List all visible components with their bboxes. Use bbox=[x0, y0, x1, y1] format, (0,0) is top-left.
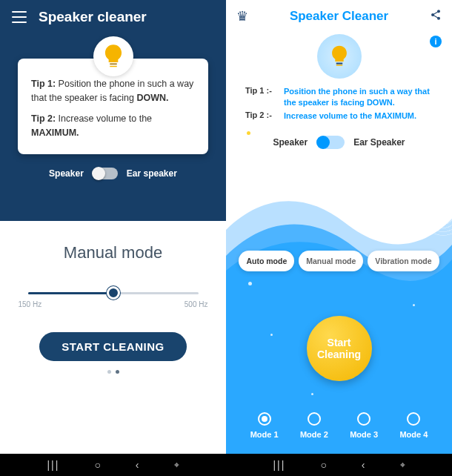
back-icon[interactable]: ‹ bbox=[136, 459, 139, 471]
start-label-1: Start bbox=[328, 337, 351, 348]
android-navbar: ||| ○ ‹ ⌖ bbox=[0, 454, 226, 476]
tip2-label: Tip 2: bbox=[31, 113, 56, 124]
tips-block: Tip 1 :- Position the phone in such a wa… bbox=[226, 79, 452, 128]
recent-apps-icon[interactable]: ||| bbox=[47, 459, 59, 471]
mode-title: Manual mode bbox=[18, 243, 208, 262]
start-cleaning-button[interactable]: Start Cleaning bbox=[307, 316, 372, 381]
tip2-bold: MAXIMUM. bbox=[31, 128, 79, 138]
start-cleaning-button[interactable]: START CLEANING bbox=[39, 332, 186, 361]
info-icon[interactable]: i bbox=[430, 36, 442, 47]
tip2-label: Tip 2 :- bbox=[245, 110, 276, 122]
back-icon[interactable]: ‹ bbox=[362, 459, 365, 471]
bulb-icon bbox=[93, 36, 133, 76]
tip2-text: Increase volume to the bbox=[59, 113, 152, 124]
recent-apps-icon[interactable]: ||| bbox=[273, 459, 285, 471]
mode-label: Mode 3 bbox=[350, 430, 378, 439]
android-navbar: ||| ○ ‹ ⌖ bbox=[226, 454, 452, 476]
page-indicator bbox=[18, 370, 208, 374]
tip1-label: Tip 1 :- bbox=[245, 86, 276, 108]
crown-icon[interactable]: ♛ bbox=[236, 8, 248, 24]
slider-max: 500 Hz bbox=[185, 300, 208, 308]
mode-pill-vibration[interactable]: Vibration mode bbox=[368, 251, 439, 271]
mode-label: Mode 2 bbox=[300, 430, 328, 439]
bulb-icon bbox=[317, 34, 362, 79]
toggle-label-ear: Ear Speaker bbox=[353, 137, 405, 148]
mode-pill-manual[interactable]: Manual mode bbox=[299, 251, 363, 271]
accessibility-icon[interactable]: ⌖ bbox=[174, 460, 179, 470]
app-title: Speaker Cleaner bbox=[290, 9, 388, 24]
home-icon[interactable]: ○ bbox=[320, 459, 326, 471]
mode-option-1[interactable]: Mode 1 bbox=[250, 412, 279, 439]
toggle-label-speaker: Speaker bbox=[273, 137, 308, 148]
speaker-toggle[interactable] bbox=[93, 168, 118, 179]
frequency-slider[interactable] bbox=[28, 292, 199, 294]
toggle-label-speaker: Speaker bbox=[49, 168, 84, 179]
mode-option-2[interactable]: Mode 2 bbox=[300, 412, 328, 439]
tip2-text: Increase volume to the MAXIMUM. bbox=[284, 110, 416, 122]
tip1-text: Position the phone in such a way that th… bbox=[284, 86, 433, 108]
app-title: Speaker cleaner bbox=[39, 9, 147, 25]
mode-option-3[interactable]: Mode 3 bbox=[350, 412, 378, 439]
start-label-2: Cleaning bbox=[317, 348, 361, 360]
mode-pill-auto[interactable]: Auto mode bbox=[239, 251, 294, 271]
speaker-toggle[interactable] bbox=[316, 136, 345, 149]
mode-option-4[interactable]: Mode 4 bbox=[399, 412, 428, 439]
share-icon[interactable] bbox=[430, 9, 442, 24]
menu-icon[interactable] bbox=[12, 11, 27, 23]
mode-label: Mode 4 bbox=[399, 430, 428, 439]
radio-icon bbox=[357, 412, 370, 426]
tips-card: Tip 1: Position the phone in such a way … bbox=[18, 59, 208, 154]
tip1-label: Tip 1: bbox=[31, 79, 56, 89]
radio-icon bbox=[407, 412, 420, 426]
tip1-bold: DOWN. bbox=[136, 93, 168, 103]
radio-icon bbox=[308, 412, 321, 426]
mode-label: Mode 1 bbox=[250, 430, 279, 439]
radio-icon bbox=[258, 412, 271, 426]
toggle-label-ear: Ear speaker bbox=[127, 168, 177, 179]
accessibility-icon[interactable]: ⌖ bbox=[400, 460, 405, 470]
slider-min: 150 Hz bbox=[19, 300, 42, 308]
home-icon[interactable]: ○ bbox=[94, 459, 100, 471]
tip1-text: Position the phone in such a way that th… bbox=[31, 79, 193, 103]
